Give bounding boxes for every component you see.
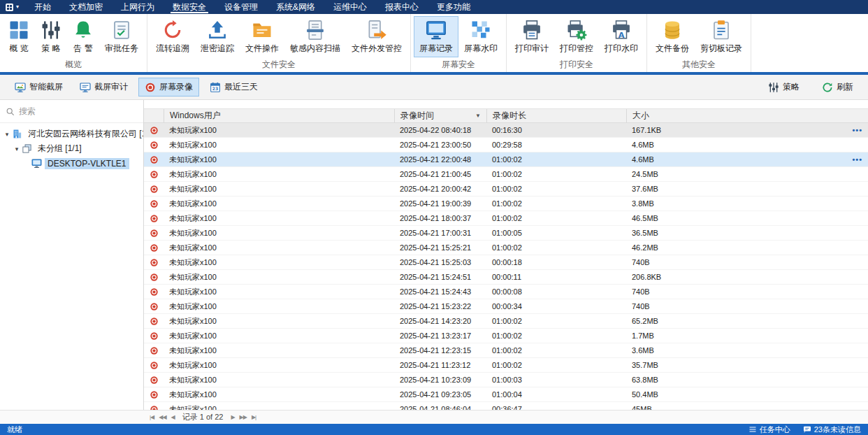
sort-dropdown-icon[interactable]: ▼: [475, 113, 481, 119]
menu-item-8[interactable]: 报表中心: [376, 0, 428, 14]
table-row[interactable]: 未知玩家x1002025-04-21 15:25:0300:00:18740B: [144, 255, 868, 270]
task-center-button[interactable]: 任务中心: [748, 425, 790, 435]
menu-item-6[interactable]: 系统&网络: [267, 0, 324, 14]
ribbon-button-bell[interactable]: 告 警: [67, 16, 99, 57]
ribbon-button-label: 审批任务: [105, 43, 138, 55]
tree-node[interactable]: ▾河北安固云网络科技有限公司 [1/1]: [0, 127, 143, 141]
menu-item-1[interactable]: 开始: [25, 0, 60, 14]
table-row[interactable]: 未知玩家x1002025-04-21 10:23:0901:00:0363.8M…: [144, 373, 868, 387]
menu-item-5[interactable]: 设备管理: [215, 0, 267, 14]
table-row[interactable]: 未知玩家x1002025-04-21 17:00:3101:00:0536.5M…: [144, 226, 868, 241]
table-row[interactable]: 未知玩家x1002025-04-21 09:23:0501:00:0450.4M…: [144, 387, 868, 402]
table-row[interactable]: 未知玩家x1002025-04-21 12:23:1501:00:023.6MB: [144, 343, 868, 358]
ribbon-button-leak[interactable]: 泄密追踪: [195, 16, 240, 57]
subbar-button-smart-capture[interactable]: 智能截屏: [8, 78, 69, 97]
ribbon-button-label: 敏感内容扫描: [290, 43, 340, 55]
cell-size-value: 50.4MB: [632, 390, 658, 399]
cell-duration: 00:00:11: [486, 273, 626, 281]
ribbon-button-printer[interactable]: 打印审计: [509, 16, 554, 57]
cell-user: 未知玩家x100: [164, 345, 394, 356]
tree-node[interactable]: ▾未分组 [1/1]: [0, 141, 143, 156]
column-header[interactable]: 录像时长: [486, 109, 626, 122]
table-row[interactable]: 未知玩家x1002025-04-21 23:00:5000:29:584.6MB: [144, 138, 868, 152]
ribbon-button-screen[interactable]: 屏幕记录: [414, 16, 458, 57]
table-row[interactable]: 未知玩家x1002025-04-21 14:23:2001:00:0265.2M…: [144, 314, 868, 329]
column-header[interactable]: 大小: [626, 109, 868, 122]
printer-icon: [521, 20, 542, 41]
next-page-button[interactable]: ▶: [231, 414, 234, 420]
last-page-button[interactable]: ▶|: [252, 414, 256, 420]
record-icon: [150, 214, 159, 223]
table-row[interactable]: 未知玩家x1002025-04-21 18:00:3701:00:0246.5M…: [144, 211, 868, 226]
menu-item-2[interactable]: 文档加密: [60, 0, 112, 14]
ribbon-button-scan[interactable]: 敏感内容扫描: [284, 16, 346, 57]
subbar-button-sliders[interactable]: 策略: [762, 78, 806, 97]
app-logo-button[interactable]: ▾: [0, 0, 25, 14]
ribbon-button-printer-a[interactable]: 打印水印: [599, 16, 644, 57]
search-input[interactable]: [19, 106, 138, 116]
cell-size-value: 36.5MB: [632, 229, 658, 237]
table-row[interactable]: 未知玩家x1002025-04-21 13:23:1701:00:021.7MB: [144, 329, 868, 343]
clipboard-icon: [711, 20, 732, 41]
table-row[interactable]: 未知玩家x1002025-04-21 21:00:4501:00:0224.5M…: [144, 167, 868, 182]
ribbon-group: 打印审计打印管控打印水印打印安全: [507, 14, 647, 72]
ribbon-group-label: 打印安全: [507, 57, 646, 73]
cell-duration: 01:00:02: [486, 361, 626, 369]
ribbon-button-label: 泄密追踪: [201, 43, 234, 55]
ribbon-button-trace[interactable]: 流转追溯: [150, 16, 195, 57]
expander-caret-icon[interactable]: ▾: [13, 145, 21, 152]
ribbon-group: 流转追溯泄密追踪文件操作敏感内容扫描文件外发管控文件安全: [147, 14, 411, 72]
cell-record: [144, 376, 164, 385]
record-icon: [150, 302, 159, 311]
subbar-button-label: 屏幕录像: [159, 81, 193, 93]
table-row[interactable]: 未知玩家x1002025-04-22 08:40:1800:16:30167.1…: [144, 123, 868, 138]
row-actions-button[interactable]: •••: [852, 126, 862, 134]
table-row[interactable]: 未知玩家x1002025-04-21 22:00:4801:00:024.6MB…: [144, 152, 868, 167]
ribbon-button-clipboard[interactable]: 剪切板记录: [695, 16, 748, 57]
ribbon-button-backup[interactable]: 文件备份: [650, 16, 695, 57]
subbar-button-calendar[interactable]: 最近三天: [203, 78, 264, 97]
subbar-button-refresh[interactable]: 刷新: [816, 78, 860, 97]
first-page-button[interactable]: |◀: [150, 414, 154, 420]
ribbon-button-file-out[interactable]: 文件外发管控: [346, 16, 407, 57]
subbar-button-record[interactable]: 屏幕录像: [138, 78, 199, 97]
table-row[interactable]: 未知玩家x1002025-04-21 11:23:1201:00:0235.7M…: [144, 358, 868, 373]
prev-page-button[interactable]: ◀: [171, 414, 175, 420]
menu-item-4[interactable]: 数据安全: [164, 0, 215, 14]
cell-size-value: 4.6MB: [632, 155, 654, 164]
ribbon-button-printer-gear[interactable]: 打印管控: [554, 16, 599, 57]
fast-next-button[interactable]: ▶▶: [240, 414, 247, 420]
subbar-button-screen-audit[interactable]: 截屏审计: [73, 78, 134, 97]
row-actions-button[interactable]: •••: [852, 155, 862, 164]
table-row[interactable]: 未知玩家x1002025-04-21 15:24:5100:00:11206.8…: [144, 270, 868, 285]
ribbon-button-tasks[interactable]: 审批任务: [99, 16, 144, 57]
menu-item-9[interactable]: 更多功能: [428, 0, 479, 14]
ribbon-button-sliders[interactable]: 策 略: [35, 16, 67, 57]
cell-record: [144, 185, 164, 194]
table-row[interactable]: 未知玩家x1002025-04-21 15:25:2101:00:0246.2M…: [144, 241, 868, 255]
cell-size-value: 1.7MB: [632, 331, 654, 340]
expander-caret-icon[interactable]: ▾: [3, 131, 11, 138]
menu-item-3[interactable]: 上网行为: [112, 0, 164, 14]
table-row[interactable]: 未知玩家x1002025-04-21 15:23:2200:00:34740B: [144, 299, 868, 314]
cell-duration: 00:29:58: [486, 141, 626, 149]
column-header[interactable]: Windows用户: [164, 109, 394, 122]
task-center-label: 任务中心: [760, 425, 790, 435]
ribbon-button-grid[interactable]: 概 览: [3, 16, 35, 57]
ribbon-button-watermark[interactable]: 屏幕水印: [458, 16, 503, 57]
table-row[interactable]: 未知玩家x1002025-04-21 19:00:3901:00:023.8MB: [144, 197, 868, 211]
ribbon-group-label: 屏幕安全: [411, 57, 506, 73]
table-row[interactable]: 未知玩家x1002025-04-21 08:46:0400:36:4745MB: [144, 402, 868, 410]
leak-icon: [207, 20, 228, 41]
unread-messages-button[interactable]: 23条未读信息: [803, 425, 861, 435]
table-row[interactable]: 未知玩家x1002025-04-21 15:24:4300:00:08740B: [144, 285, 868, 299]
menu-item-7[interactable]: 运维中心: [324, 0, 376, 14]
table-row[interactable]: 未知玩家x1002025-04-21 20:00:4201:00:0237.6M…: [144, 182, 868, 197]
fast-prev-button[interactable]: ◀◀: [159, 414, 166, 420]
ribbon-button-file-op[interactable]: 文件操作: [240, 16, 284, 57]
cell-record: [144, 331, 164, 341]
cell-size: 45MB: [626, 405, 868, 410]
column-header[interactable]: 录像时间▼: [394, 109, 486, 122]
tree-node[interactable]: DESKTOP-VLKTLE1: [0, 156, 143, 171]
cell-size: 65.2MB: [626, 317, 868, 325]
